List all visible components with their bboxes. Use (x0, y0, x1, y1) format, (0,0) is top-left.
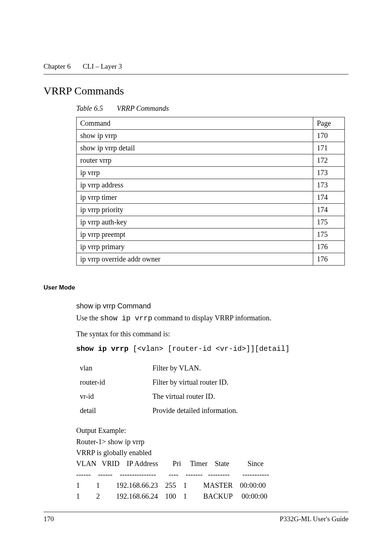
user-mode-label: User Mode (44, 284, 348, 292)
running-header: Chapter 6 CLI – Layer 3 (44, 62, 348, 74)
cell-command: show ip vrrp (77, 129, 313, 142)
table-row: ip vrrp address 173 (77, 179, 345, 191)
cell-page: 176 (313, 240, 345, 253)
cell-page: 175 (313, 228, 345, 240)
cell-command: ip vrrp preempt (77, 228, 313, 240)
chapter-label: Chapter 6 (44, 62, 70, 71)
page-footer: 170 P332G-ML User's Guide (44, 512, 348, 524)
syntax-label: The syntax for this command is: (76, 329, 348, 339)
table-row: ip vrrp auth-key 175 (77, 216, 345, 228)
cell-page: 175 (313, 216, 345, 228)
param-key: router-id (80, 375, 152, 389)
param-row: vr-id The virtual router ID. (80, 389, 241, 404)
syntax-rest: [<vlan> [router-id <vr-id>]][detail] (128, 345, 290, 353)
page-body: VRRP Commands Table 6.5 VRRP Commands Co… (44, 84, 348, 502)
cell-command: ip vrrp (77, 166, 313, 179)
cell-page: 172 (313, 154, 345, 166)
table-row: ip vrrp primary 176 (77, 240, 345, 253)
syntax-line: show ip vrrp [<vlan> [router-id <vr-id>]… (76, 344, 348, 354)
cli-output: Router-1> show ip vrrp VRRP is globally … (76, 436, 348, 502)
param-desc: Filter by VLAN. (152, 361, 241, 375)
page: Chapter 6 CLI – Layer 3 VRRP Commands Ta… (0, 0, 392, 555)
table-header-row: Command Page (77, 117, 345, 129)
cell-page: 170 (313, 129, 345, 142)
cell-page: 171 (313, 142, 345, 154)
guide-title: P332G-ML User's Guide (279, 514, 348, 524)
cell-command: show ip vrrp detail (77, 142, 313, 154)
cell-command: ip vrrp auth-key (77, 216, 313, 228)
param-key: detail (80, 404, 152, 418)
param-row: router-id Filter by virtual router ID. (80, 375, 241, 389)
cell-page: 174 (313, 203, 345, 216)
param-row: detail Provide detailed information. (80, 404, 241, 418)
cell-page: 173 (313, 166, 345, 179)
commands-table: Command Page show ip vrrp 170 show ip vr… (76, 117, 345, 266)
col-command: Command (77, 117, 313, 129)
cell-command: ip vrrp override addr owner (77, 253, 313, 265)
section-title: VRRP Commands (44, 84, 348, 98)
use-code: show ip vrrp (100, 314, 152, 323)
table-row: ip vrrp 173 (77, 166, 345, 179)
table-caption: Table 6.5 VRRP Commands (76, 104, 348, 113)
table-row: router vrrp 172 (77, 154, 345, 166)
param-desc: Provide detailed information. (152, 404, 241, 418)
syntax-bold: show ip vrrp (76, 345, 128, 353)
col-page: Page (313, 117, 345, 129)
param-desc: Filter by virtual router ID. (152, 375, 241, 389)
cell-page: 176 (313, 253, 345, 265)
command-detail: show ip vrrp Command Use the show ip vrr… (76, 301, 348, 502)
table-caption-label: Table 6.5 (76, 104, 103, 112)
param-desc: The virtual router ID. (152, 389, 241, 404)
param-key: vlan (80, 361, 152, 375)
indented-content: Table 6.5 VRRP Commands Command Page sho… (76, 104, 348, 266)
cell-command: ip vrrp timer (77, 191, 313, 203)
cell-command: ip vrrp address (77, 179, 313, 191)
params-table: vlan Filter by VLAN. router-id Filter by… (80, 361, 241, 418)
table-row: ip vrrp priority 174 (77, 203, 345, 216)
cell-command: router vrrp (77, 154, 313, 166)
command-description: Use the show ip vrrp command to display … (76, 313, 348, 323)
chapter-title: CLI – Layer 3 (83, 62, 122, 70)
cell-page: 173 (313, 179, 345, 191)
cell-command: ip vrrp primary (77, 240, 313, 253)
cell-command: ip vrrp priority (77, 203, 313, 216)
table-caption-text: VRRP Commands (117, 104, 169, 112)
use-suffix: command to display VRRP information. (152, 314, 271, 322)
cell-page: 174 (313, 191, 345, 203)
use-prefix: Use the (76, 314, 100, 322)
table-row: show ip vrrp detail 171 (77, 142, 345, 154)
param-key: vr-id (80, 389, 152, 404)
output-label: Output Example: (76, 426, 348, 436)
table-row: show ip vrrp 170 (77, 129, 345, 142)
table-row: ip vrrp timer 174 (77, 191, 345, 203)
param-row: vlan Filter by VLAN. (80, 361, 241, 375)
table-row: ip vrrp override addr owner 176 (77, 253, 345, 265)
table-row: ip vrrp preempt 175 (77, 228, 345, 240)
command-title: show ip vrrp Command (76, 301, 348, 311)
page-number: 170 (44, 514, 54, 524)
